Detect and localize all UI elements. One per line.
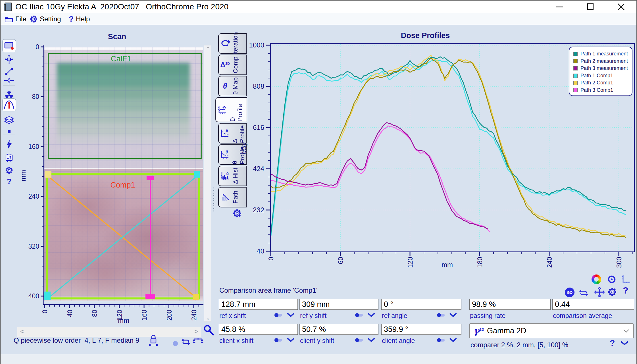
chart-help-icon[interactable]: ? [623, 285, 628, 296]
ref-x-shift-input[interactable] [219, 299, 298, 310]
svg-text:160: 160 [28, 143, 39, 150]
ref-angle-slider[interactable] [435, 313, 446, 319]
legend-label: Path 1 measurement [580, 51, 628, 57]
svg-text:300: 300 [615, 257, 623, 268]
gear-icon [30, 15, 38, 23]
client-angle-label: client angle [382, 337, 415, 345]
dot-indicator-icon[interactable] [173, 341, 178, 346]
svg-text:616: 616 [253, 124, 264, 131]
comparer-note: comparer 2 %, 2 mm, [5, 100] % [471, 341, 568, 349]
dose-panel-title: Dose Profiles [397, 31, 454, 40]
theta-icon: θ [219, 82, 231, 91]
scan-overlay: 08016024032040004080120160200240mmmmCalF… [1, 25, 217, 338]
tab-label: Comp [232, 57, 239, 73]
comparer-help-icon[interactable]: ? [610, 338, 615, 348]
menu-bar: FileSetting?Help [1, 13, 636, 25]
svg-text:80: 80 [91, 310, 98, 317]
svg-text:160: 160 [141, 310, 148, 321]
svg-text:0: 0 [267, 257, 275, 261]
scan-vertical-scrollbar[interactable]: ⌃ ⌄ [204, 45, 211, 322]
folder-icon [5, 15, 13, 23]
svg-text:cGy: cGy [240, 142, 247, 154]
client-x-shift-chevron-icon[interactable] [287, 338, 294, 343]
tab-settings-gear-icon[interactable] [233, 209, 242, 218]
legend-item: Path 1 Comp1 [573, 72, 632, 80]
client-x-shift-slider[interactable] [273, 338, 284, 344]
zoom-magnifier-button[interactable] [203, 324, 215, 336]
legend-swatch [573, 59, 578, 63]
svg-text:mm: mm [118, 317, 129, 324]
client-y-shift-slider[interactable] [353, 338, 364, 344]
balance-scales-icon[interactable] [193, 337, 203, 346]
lock-icon[interactable] [149, 334, 158, 346]
menu-item-setting[interactable]: Setting [30, 13, 61, 25]
tab-label: Path [232, 191, 239, 203]
passing-rate-label: passing rate [470, 312, 505, 320]
delta-2d-icon: Δ2D [219, 61, 231, 69]
tab-label: Δ Hist [232, 168, 239, 184]
ref-y-shift-input[interactable] [299, 299, 378, 310]
tab-θ-map[interactable]: θθ Map [218, 76, 247, 96]
passing-rate-input[interactable] [469, 299, 551, 310]
panel-splitter[interactable] [213, 186, 214, 211]
tab-δ-profile[interactable]: ΔΔ Profile [218, 123, 247, 143]
menu-label: Setting [40, 15, 61, 23]
ref-y-shift-slider[interactable] [353, 313, 364, 319]
tab-label: Δ Profile [231, 124, 246, 143]
ref-y-shift-chevron-icon[interactable] [368, 313, 375, 318]
bottom-strip [1, 354, 636, 364]
move-pan-icon[interactable] [594, 287, 605, 297]
menu-item-file[interactable]: File [5, 13, 26, 25]
repeat-loop-icon[interactable] [181, 338, 191, 346]
loop-icon[interactable] [578, 289, 589, 297]
svg-text:60: 60 [337, 257, 344, 264]
comparer-expand-chevron-icon[interactable] [621, 341, 628, 346]
legend-label: Path 3 Comp1 [580, 87, 613, 93]
gamma-2d-icon: γ2D [474, 326, 484, 336]
go-button[interactable]: GO [565, 288, 574, 297]
tab-iteration[interactable]: Iteration [218, 33, 247, 54]
client-x-shift-input[interactable] [219, 324, 298, 335]
app-icon [5, 3, 12, 11]
client-angle-input[interactable] [381, 324, 461, 335]
ref-angle-input[interactable] [381, 299, 461, 310]
client-angle-chevron-icon[interactable] [449, 338, 457, 343]
legend-label: Path 2 measurement [580, 58, 628, 64]
menu-item-help[interactable]: ?Help [69, 13, 90, 25]
maximize-button[interactable] [582, 1, 598, 13]
client-y-shift-input[interactable] [299, 324, 378, 335]
legend-label: Path 1 Comp1 [580, 73, 613, 79]
status-text: Q piecewise low order 4, L 7, F median 9 [14, 336, 139, 344]
svg-text:180: 180 [476, 257, 484, 268]
tab-δ-hist[interactable]: ΔΔ Hist [218, 166, 247, 186]
legend-swatch [573, 74, 578, 78]
path-icon [219, 193, 231, 202]
comparer-select[interactable]: γ2D Gamma 2D [469, 323, 634, 338]
legend-item: Path 1 measurement [573, 50, 632, 58]
ref-angle-chevron-icon[interactable] [449, 313, 457, 318]
delta-hist-icon: Δ [219, 171, 231, 180]
tab-d-profile[interactable]: D Profile [215, 97, 247, 122]
scan-horizontal-scrollbar[interactable]: < > [17, 327, 201, 337]
theta-profile-icon: θ [219, 150, 231, 159]
comparison-average-input[interactable] [552, 299, 634, 310]
ref-x-shift-slider[interactable] [273, 313, 284, 319]
ref-x-shift-chevron-icon[interactable] [287, 313, 294, 318]
svg-text:mm: mm [442, 261, 453, 269]
svg-text:1000: 1000 [249, 41, 264, 49]
close-button[interactable] [613, 1, 629, 13]
minimize-button[interactable] [552, 1, 568, 13]
tab-comp[interactable]: Δ2DComp [218, 55, 247, 75]
svg-text:400: 400 [28, 292, 39, 300]
tab-path[interactable]: Path [218, 187, 247, 207]
color-wheel-icon[interactable] [592, 274, 601, 284]
svg-text:Δ: Δ [226, 129, 228, 133]
svg-text:200: 200 [166, 310, 173, 321]
client-angle-slider[interactable] [435, 338, 446, 344]
chart-settings-gear-icon[interactable] [608, 288, 617, 296]
target-circle-icon[interactable] [607, 274, 617, 284]
axes-corner-icon[interactable] [621, 274, 631, 284]
svg-text:0: 0 [36, 43, 39, 51]
client-y-shift-chevron-icon[interactable] [368, 338, 375, 343]
svg-text:40: 40 [66, 310, 74, 317]
